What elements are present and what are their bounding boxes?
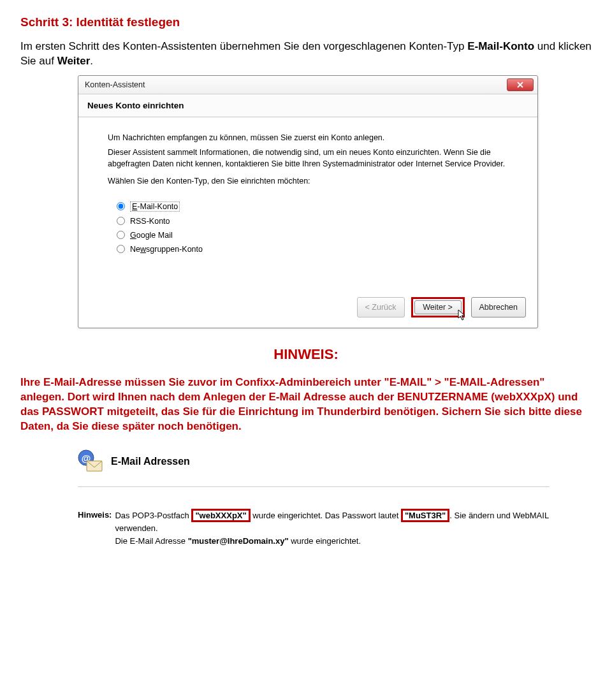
- dialog-heading: Neues Konto einrichten: [78, 94, 537, 117]
- dialog-titlebar: Konten-Assistent: [78, 76, 537, 94]
- radio-email-konto[interactable]: E-Mail-Konto: [117, 199, 514, 214]
- dialog-body: Um Nachrichten empfangen zu können, müss…: [78, 117, 537, 291]
- intro-end: .: [90, 55, 93, 67]
- hinweis-heading: HINWEIS:: [20, 346, 592, 363]
- close-icon: [517, 82, 523, 88]
- radio-label: E-Mail-Konto: [130, 201, 180, 212]
- intro-bold-1: E-Mail-Konto: [467, 40, 534, 52]
- radio-input[interactable]: [117, 231, 125, 239]
- radio-rss-konto[interactable]: RSS-Konto: [117, 214, 514, 228]
- dialog-title: Konten-Assistent: [85, 80, 145, 89]
- hint-line2-post: wurde eingerichtet.: [289, 536, 361, 546]
- hint-line2-bold: "muster@IhreDomain.xy": [188, 536, 289, 546]
- cancel-button[interactable]: Abbrechen: [471, 297, 526, 317]
- hint-body: Das POP3-Postfach "webXXXpX" wurde einge…: [115, 509, 550, 548]
- email-addresses-panel: @ E-Mail Adressen Hinweis: Das POP3-Post…: [78, 446, 550, 548]
- cursor-icon: [458, 309, 467, 321]
- password-highlight: "MuST3R": [401, 509, 449, 523]
- panel-title: E-Mail Adressen: [111, 456, 190, 467]
- radio-input[interactable]: [117, 217, 125, 225]
- account-type-radio-group: E-Mail-Konto RSS-Konto Google Mail Newsg…: [117, 199, 514, 256]
- step-title: Schritt 3: Identität festlegen: [20, 15, 592, 29]
- radio-google-mail[interactable]: Google Mail: [117, 228, 514, 242]
- hint-line2-pre: Die E-Mail Adresse: [115, 536, 187, 546]
- username-highlight: "webXXXpX": [191, 509, 250, 523]
- hinweis-body: Ihre E-Mail-Adresse müssen Sie zuvor im …: [20, 376, 592, 434]
- radio-label: Newsgruppen-Konto: [130, 245, 203, 254]
- back-button: < Zurück: [357, 297, 405, 317]
- hint-pre: Das POP3-Postfach: [115, 511, 191, 520]
- dialog-instruction-3: Wählen Sie den Konten-Typ, den Sie einri…: [108, 176, 514, 187]
- next-button[interactable]: Weiter >: [414, 300, 462, 314]
- radio-label: Google Mail: [130, 231, 173, 240]
- intro-pre: Im ersten Schritt des Konten-Assistenten…: [20, 40, 467, 52]
- close-button[interactable]: [507, 78, 534, 91]
- radio-newsgruppen-konto[interactable]: Newsgruppen-Konto: [117, 242, 514, 256]
- radio-label: RSS-Konto: [130, 217, 170, 226]
- radio-input[interactable]: [117, 245, 125, 253]
- panel-header: @ E-Mail Adressen: [78, 446, 550, 483]
- hint-row: Hinweis: Das POP3-Postfach "webXXXpX" wu…: [78, 509, 550, 548]
- account-wizard-dialog: Konten-Assistent Neues Konto einrichten …: [78, 75, 538, 328]
- panel-divider: [78, 486, 550, 487]
- next-button-highlight: Weiter >: [411, 297, 465, 317]
- dialog-instruction-2: Dieser Assistent sammelt Informationen, …: [108, 147, 514, 170]
- hint-label: Hinweis:: [78, 509, 112, 521]
- intro-paragraph: Im ersten Schritt des Konten-Assistenten…: [20, 40, 592, 69]
- mail-icon: @: [78, 449, 105, 474]
- intro-bold-2: Weiter: [57, 55, 91, 67]
- dialog-footer: < Zurück Weiter > Abbrechen: [78, 291, 537, 328]
- hint-mid: wurde eingerichtet. Das Passwort lautet: [251, 511, 401, 520]
- dialog-instruction-1: Um Nachrichten empfangen zu können, müss…: [108, 133, 514, 144]
- radio-input[interactable]: [117, 202, 125, 210]
